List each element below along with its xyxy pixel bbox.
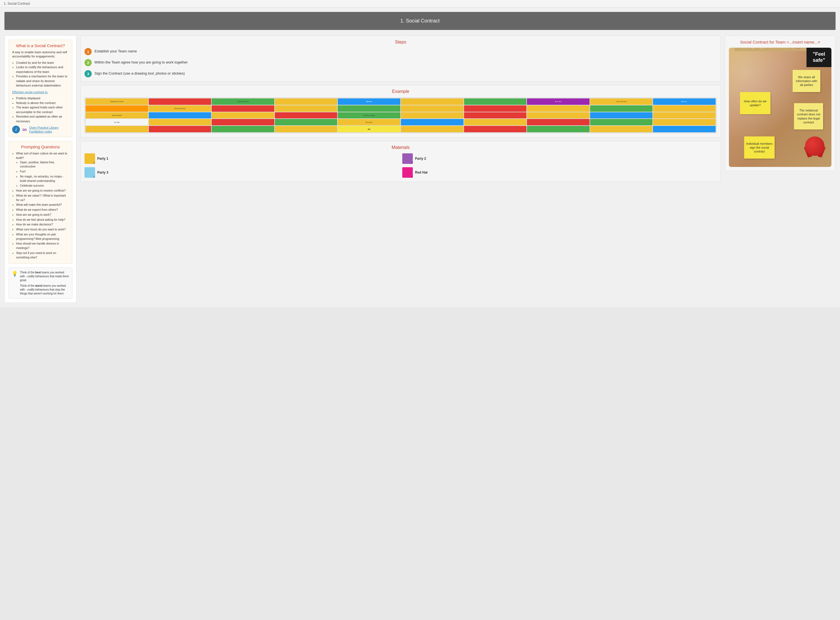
- list-item: Fun!: [20, 169, 69, 174]
- step-text-1: Establish your Team name: [94, 48, 137, 54]
- header-banner: 1. Social Contract: [4, 12, 836, 30]
- wax-circle: [805, 136, 825, 156]
- list-item: Open, positive, blame-free, constructive: [20, 160, 69, 169]
- material-redhat: Red Hat: [402, 167, 717, 178]
- top-bar: 1. Social Contract: [0, 0, 840, 8]
- list-item: Revisited and updated as often as necess…: [16, 114, 69, 123]
- list-item: What are your thoughts on pair programmi…: [16, 232, 69, 241]
- tip-content: Think of the best teams you worked with …: [20, 271, 69, 296]
- sticky-individual-members: Individual members sign the social contr…: [744, 136, 775, 159]
- infinity-icon: ∞: [22, 126, 27, 133]
- right-panel: Social Contract for Team <...insert name…: [725, 36, 836, 171]
- tip-worst: Think of the worst teams you worked with…: [20, 284, 69, 296]
- material-party1: Party 1: [84, 153, 399, 164]
- list-item: Looks to codify the behaviours and expec…: [16, 65, 69, 74]
- list-item: No magic, no wizardry, no ninjas - build…: [20, 175, 69, 183]
- step-number-3: 3: [84, 70, 92, 77]
- material-party2: Party 2: [402, 153, 717, 164]
- links-text: Open Practice Library Facilitation notes: [29, 126, 58, 133]
- page-wrapper: 1. Social Contract What is a Social Cont…: [0, 8, 840, 307]
- party1-label: Party 1: [97, 157, 108, 161]
- list-item: Provides a mechanism for the team to rad…: [16, 74, 69, 88]
- step-number-1: 1: [84, 48, 92, 55]
- prompting-list: What sort of team culture do we want to …: [12, 151, 69, 260]
- list-item: How are we going to resolve conflicts?: [16, 188, 69, 193]
- lightbulb-icon: 💡: [12, 271, 18, 277]
- top-bar-title: 1. Social Contract: [4, 2, 30, 6]
- what-is-intro: A way to enable team autonomy and self a…: [12, 50, 69, 59]
- list-item: How do we feel about asking for help?: [16, 218, 69, 222]
- list-item: What core hours do you want to work?: [16, 227, 69, 232]
- feel-safe-text: "Feel safe": [807, 51, 831, 63]
- step-number-2: 2: [84, 59, 92, 66]
- effective-label: Effective social contract is:: [12, 90, 69, 94]
- open-practice-library-link[interactable]: Open Practice Library: [29, 126, 58, 129]
- what-is-bullets1: Created by and for the team Looks to cod…: [12, 60, 69, 88]
- example-box: Example Disagree with respect Always wea…: [80, 85, 721, 137]
- example-image: Disagree with respect Always wear socks …: [84, 97, 717, 133]
- main-content: What is a Social Contract? A way to enab…: [4, 36, 836, 303]
- info-icon: i: [12, 126, 20, 133]
- left-panel: What is a Social Contract? A way to enab…: [4, 36, 76, 303]
- sticky-relational-contract: The relational contract does not replace…: [794, 103, 823, 129]
- step-item-2: 2 Within the Team agree how you are goin…: [84, 59, 717, 66]
- list-item: How are we going to work?: [16, 213, 69, 217]
- facilitation-notes-link[interactable]: Facilitation notes: [29, 130, 58, 133]
- list-item: What sort of team culture do we want to …: [16, 151, 69, 188]
- redhat-label: Red Hat: [415, 170, 428, 175]
- redhat-square: [402, 167, 413, 178]
- list-item: Celebrate success: [20, 184, 69, 188]
- list-item: What will make this team powerful?: [16, 203, 69, 207]
- step-item-1: 1 Establish your Team name: [84, 48, 717, 55]
- list-item: Created by and for the team: [16, 60, 69, 65]
- party3-square: [84, 167, 95, 178]
- list-item: What do we expect from others?: [16, 208, 69, 212]
- list-item: Publicly displayed: [16, 96, 69, 101]
- party2-label: Party 2: [415, 157, 426, 161]
- what-is-box: What is a Social Contract? A way to enab…: [9, 40, 72, 137]
- sticky-share-info: We share all information with all partie…: [793, 70, 820, 92]
- list-item: Nobody is above the contract: [16, 101, 69, 105]
- step-text-2: Within the Team agree how you are going …: [94, 59, 188, 65]
- steps-box: Steps 1 Establish your Team name 2 Withi…: [80, 36, 721, 81]
- list-item: The team agreed holds each other account…: [16, 105, 69, 114]
- wax-seal: [804, 136, 826, 161]
- step-item-3: 3 Sign the Contract (use a drawing tool,…: [84, 70, 717, 77]
- links-row: i ∞ Open Practice Library Facilitation n…: [12, 126, 69, 133]
- material-party3: Party 3: [84, 167, 399, 178]
- right-title: Social Contract for Team <...insert name…: [729, 40, 831, 44]
- party2-square: [402, 153, 413, 164]
- materials-grid: Party 1 Party 2 Party 3 Red Hat: [84, 153, 717, 178]
- steps-list: 1 Establish your Team name 2 Within the …: [84, 48, 717, 77]
- feel-safe-badge: "Feel safe": [807, 48, 831, 67]
- what-is-bullets2: Publicly displayed Nobody is above the c…: [12, 96, 69, 123]
- list-item: Step out if you need to work on somethin…: [16, 251, 69, 260]
- prompting-title: Prompting Questions: [12, 144, 69, 149]
- sticky-how-often: How often do we update?: [740, 92, 771, 114]
- example-title: Example: [84, 89, 717, 94]
- scroll-container: "Feel safe" How often do we update? We s…: [729, 48, 831, 167]
- tip-box: 💡 Think of the best teams you worked wit…: [9, 268, 72, 299]
- what-is-title: What is a Social Contract?: [12, 43, 69, 48]
- steps-title: Steps: [84, 40, 717, 45]
- party3-label: Party 3: [97, 170, 108, 175]
- list-item: What do we value? / What is important fo…: [16, 194, 69, 202]
- effective-link[interactable]: Effective social contract is:: [12, 90, 48, 94]
- middle-panel: Steps 1 Establish your Team name 2 Withi…: [80, 36, 721, 182]
- header-title: 1. Social Contract: [400, 18, 440, 24]
- party1-square: [84, 153, 95, 164]
- list-item: How do we make decisions?: [16, 223, 69, 227]
- materials-box: Materials Party 1 Party 2 Party 3: [80, 141, 721, 182]
- materials-title: Materials: [84, 145, 717, 150]
- tip-best: Think of the best teams you worked with …: [20, 271, 69, 282]
- prompting-box: Prompting Questions What sort of team cu…: [9, 141, 72, 264]
- step-text-3: Sign the Contract (use a drawing tool, p…: [94, 70, 185, 76]
- list-item: How should we handle devices in meetings…: [16, 242, 69, 250]
